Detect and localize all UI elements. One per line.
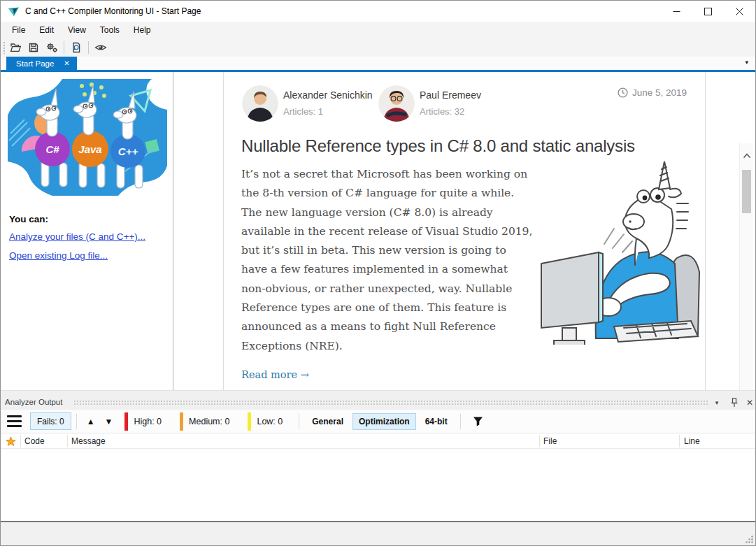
scrollbar-thumb[interactable]: [742, 170, 751, 213]
tab-overflow-caret-icon[interactable]: ▾: [745, 59, 748, 66]
resize-grip[interactable]: [744, 534, 754, 544]
analyzer-panel-title: Analyzer Output: [5, 398, 62, 406]
panel-close-icon[interactable]: ✕: [743, 396, 756, 409]
file-column-header[interactable]: File: [543, 433, 557, 449]
next-message-icon[interactable]: ▼: [100, 417, 118, 426]
filter-64bit[interactable]: 64-bit: [419, 413, 454, 430]
app-window: C and C++ Compiler Monitoring UI - Start…: [0, 0, 756, 546]
filter-funnel-icon[interactable]: [473, 417, 483, 426]
star-icon: [6, 436, 16, 447]
analyzer-menu-icon[interactable]: [7, 415, 22, 427]
app-logo-icon: [8, 6, 20, 17]
minimize-button[interactable]: [661, 1, 692, 22]
tab-start-page[interactable]: Start Page ✕: [6, 57, 77, 70]
analyze-document-icon[interactable]: [68, 39, 85, 56]
maximize-button[interactable]: [692, 1, 724, 22]
message-column-header[interactable]: Message: [71, 433, 106, 449]
read-more-link[interactable]: Read more →: [241, 369, 309, 380]
analyzer-toolbar: Fails: 0 ▲ ▼ High: 0 Medium: 0 Low: 0 Ge…: [1, 410, 755, 433]
clock-icon: [618, 87, 628, 98]
line-column-header[interactable]: Line: [684, 433, 700, 449]
sidebar-heading: You can:: [9, 214, 48, 224]
article-body: It’s not a secret that Microsoft has bee…: [241, 165, 535, 356]
scroll-up-icon[interactable]: [740, 149, 753, 162]
column-separator: [539, 435, 540, 447]
tab-strip: Start Page ✕ ▾: [1, 57, 755, 70]
column-separator: [67, 435, 68, 447]
toolbar-separator: [88, 41, 89, 54]
article-title: Nullable Reference types in C# 8.0 and s…: [241, 136, 689, 156]
author-avatar-2: [378, 85, 415, 122]
menu-edit[interactable]: Edit: [32, 22, 61, 38]
save-icon[interactable]: [25, 39, 42, 56]
shirt-label-java: Java: [78, 143, 101, 155]
author-avatar-1: [242, 85, 278, 122]
settings-gears-icon[interactable]: [43, 39, 60, 56]
menu-tools[interactable]: Tools: [93, 22, 127, 38]
window-title: C and C++ Compiler Monitoring UI - Start…: [25, 6, 201, 16]
start-page-sidebar: C# Java: [1, 72, 173, 390]
high-filter[interactable]: High: 0: [124, 412, 173, 431]
code-column-header[interactable]: Code: [24, 433, 45, 449]
fails-toggle[interactable]: Fails: 0: [30, 412, 71, 430]
menu-view[interactable]: View: [61, 22, 93, 38]
analyze-files-link[interactable]: Analyze your files (C and C++)...: [9, 231, 145, 242]
filter-optimization[interactable]: Optimization: [352, 413, 416, 430]
author-name: Paul Eremeev: [420, 89, 481, 101]
eye-monitoring-icon[interactable]: [92, 39, 109, 56]
medium-filter[interactable]: Medium: 0: [180, 412, 241, 431]
results-table-body: [1, 449, 755, 521]
menu-file[interactable]: File: [5, 22, 32, 38]
filter-general[interactable]: General: [306, 413, 350, 430]
tab-label: Start Page: [16, 59, 54, 68]
analyzer-panel-titlebar: Analyzer Output ▾ ✕: [1, 396, 755, 410]
toolbar-separator: [76, 414, 77, 429]
author-articles-count: Articles: 1: [283, 106, 323, 117]
panel-pin-icon[interactable]: [728, 396, 741, 409]
panel-drag-grip: [73, 400, 708, 406]
status-bar: [1, 522, 755, 545]
post-date: June 5, 2019: [618, 87, 687, 98]
unicorns-promo-image: C# Java: [8, 79, 167, 196]
close-button[interactable]: [724, 1, 755, 22]
main-area: C# Java: [1, 72, 755, 390]
toolbar-separator: [299, 414, 299, 429]
toolbar-separator: [64, 41, 64, 54]
tab-close-icon[interactable]: ✕: [64, 59, 69, 67]
shirt-label-cpp: C++: [118, 145, 138, 157]
open-log-link[interactable]: Open existing Log file...: [9, 250, 108, 261]
author-name: Alexander Senichkin: [283, 89, 373, 101]
shirt-label-csharp: C#: [45, 143, 59, 155]
panel-menu-caret-icon[interactable]: ▾: [711, 396, 723, 409]
main-toolbar: [1, 38, 755, 57]
low-severity-bar: [248, 412, 251, 431]
toolbar-separator: [460, 414, 461, 429]
menu-help[interactable]: Help: [127, 22, 158, 38]
results-header-row: Code Message File Line: [1, 433, 755, 449]
favorite-column-header[interactable]: [1, 433, 20, 449]
high-severity-bar: [124, 412, 128, 431]
column-separator: [20, 435, 21, 447]
unicorn-at-computer-illustration: [532, 160, 708, 345]
prev-message-icon[interactable]: ▲: [82, 417, 100, 426]
low-filter[interactable]: Low: 0: [248, 412, 294, 431]
column-separator: [679, 435, 680, 447]
title-bar: C and C++ Compiler Monitoring UI - Start…: [1, 1, 755, 22]
article-card: Alexander Senichkin Articles: 1 Paul Ere…: [223, 72, 706, 390]
open-folder-icon[interactable]: [7, 39, 24, 56]
medium-severity-bar: [180, 412, 183, 431]
toolbar-grip: [3, 41, 6, 54]
panel-splitter[interactable]: [1, 390, 755, 396]
post-date-text: June 5, 2019: [632, 87, 687, 98]
author-articles-count: Articles: 32: [420, 106, 464, 117]
menu-bar: File Edit View Tools Help: [1, 22, 755, 38]
